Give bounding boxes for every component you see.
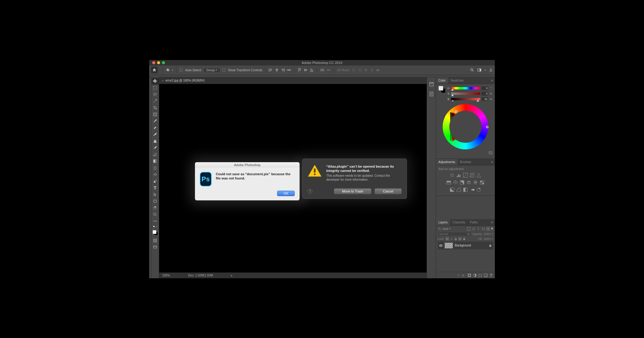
overflow-icon[interactable] <box>326 68 330 72</box>
lasso-tool[interactable] <box>152 91 159 98</box>
hand-tool[interactable] <box>152 205 159 211</box>
history-icon[interactable] <box>429 91 434 97</box>
auto-select-dropdown[interactable]: Group ▾ <box>203 68 220 73</box>
move-to-trash-button[interactable]: Move to Trash <box>334 188 371 194</box>
align-right-icon[interactable] <box>281 68 285 72</box>
3d-orbit-icon[interactable] <box>352 68 356 72</box>
libraries-icon[interactable] <box>429 82 434 87</box>
layer-thumbnail[interactable] <box>444 243 453 249</box>
healing-tool[interactable] <box>152 125 159 131</box>
home-button[interactable] <box>151 67 158 73</box>
filter-pixel-icon[interactable] <box>467 227 471 231</box>
lock-icon[interactable] <box>489 244 492 247</box>
rectangle-tool[interactable] <box>152 198 159 205</box>
paths-tab[interactable]: Paths <box>468 219 480 226</box>
selective-color-icon[interactable] <box>476 187 481 192</box>
layers-tab[interactable]: Layers <box>436 219 450 226</box>
dodge-tool[interactable] <box>152 171 159 178</box>
color-balance-icon[interactable] <box>453 180 458 185</box>
b-value[interactable]: 91 <box>481 97 488 101</box>
cancel-button[interactable]: Cancel <box>374 188 402 194</box>
adjustment-layer-icon[interactable] <box>473 273 477 277</box>
color-swatches[interactable] <box>152 229 159 236</box>
screen-mode-tool[interactable] <box>152 244 159 251</box>
layer-name[interactable]: Background <box>455 244 471 247</box>
hue-slider[interactable] <box>451 87 480 89</box>
lock-nest-icon[interactable] <box>458 237 461 240</box>
tab-close-button[interactable]: × <box>162 79 163 82</box>
bw-icon[interactable] <box>459 180 465 185</box>
filter-shape-icon[interactable] <box>481 227 485 231</box>
frame-tool[interactable] <box>152 111 159 118</box>
posterize-icon[interactable] <box>456 187 461 192</box>
align-vcenter-icon[interactable] <box>304 68 308 72</box>
fill-value[interactable]: 100% <box>484 237 491 240</box>
filter-type-icon[interactable]: T <box>477 227 480 231</box>
search-icon[interactable] <box>470 68 474 72</box>
gradient-tool[interactable] <box>152 158 159 165</box>
auto-select-checkbox[interactable] <box>179 69 183 72</box>
curves-icon[interactable] <box>463 172 468 178</box>
show-transform-checkbox[interactable] <box>222 69 225 72</box>
panel-menu-icon[interactable]: ≡ <box>491 160 493 164</box>
doc-size[interactable]: Doc: 1.92M/1.92M <box>188 274 213 277</box>
share-icon[interactable] <box>489 68 493 72</box>
bri-slider[interactable] <box>451 98 480 100</box>
move-tool[interactable] <box>152 78 159 85</box>
crop-tool[interactable] <box>152 105 159 111</box>
clone-stamp-tool[interactable] <box>152 138 159 145</box>
hue-icon[interactable] <box>446 180 451 185</box>
channel-mixer-icon[interactable] <box>473 180 478 185</box>
magic-wand-tool[interactable] <box>152 98 159 105</box>
workspace-icon[interactable] <box>477 68 481 72</box>
layer-row[interactable]: Background <box>438 242 493 249</box>
move-tool-icon[interactable] <box>166 68 170 72</box>
path-select-tool[interactable] <box>152 191 159 198</box>
3d-slide-icon[interactable] <box>370 68 374 72</box>
3d-roll-icon[interactable] <box>358 68 362 72</box>
history-brush-tool[interactable] <box>152 145 159 151</box>
color-wheel[interactable] <box>443 104 488 149</box>
threshold-icon[interactable] <box>463 187 468 192</box>
align-left-icon[interactable] <box>269 68 273 72</box>
3d-pan-icon[interactable] <box>364 68 368 72</box>
gradient-map-icon[interactable] <box>469 187 475 192</box>
align-top-icon[interactable] <box>297 68 302 72</box>
more-align-icon[interactable] <box>320 68 324 72</box>
lock-all-icon[interactable] <box>463 237 466 240</box>
filter-search-icon[interactable] <box>438 227 441 231</box>
panel-menu-icon[interactable]: ≡ <box>491 221 493 224</box>
adjustments-tab[interactable]: Adjustments <box>436 159 458 165</box>
filter-toggle[interactable] <box>491 227 493 230</box>
exposure-icon[interactable] <box>469 172 475 178</box>
marquee-tool[interactable] <box>152 85 159 91</box>
filter-smart-icon[interactable] <box>486 227 490 231</box>
brightness-icon[interactable] <box>449 172 455 178</box>
brush-tool[interactable] <box>152 131 159 138</box>
panel-menu-icon[interactable]: ≡ <box>491 79 493 82</box>
lock-paint-icon[interactable] <box>450 237 453 240</box>
help-button[interactable]: ? <box>307 189 312 194</box>
ok-button[interactable]: OK <box>277 191 295 196</box>
color-mode-icon[interactable] <box>489 151 492 154</box>
close-window[interactable] <box>152 61 155 64</box>
zoom-level[interactable]: 100% <box>162 274 170 277</box>
zoom-tool[interactable] <box>152 211 159 218</box>
eyedropper-tool[interactable] <box>152 118 159 125</box>
mask-icon[interactable] <box>468 273 471 277</box>
color-lookup-icon[interactable] <box>479 180 485 185</box>
quick-mask-tool[interactable] <box>152 237 159 244</box>
fx-icon[interactable]: fx <box>462 273 466 277</box>
align-hcenter-icon[interactable] <box>275 68 279 72</box>
edit-toolbar[interactable] <box>152 218 159 225</box>
pen-tool[interactable] <box>152 178 159 185</box>
brushes-tab[interactable]: Brushes <box>458 159 474 165</box>
swap-colors-icon[interactable] <box>156 226 158 228</box>
align-bottom-icon[interactable] <box>310 68 314 72</box>
document-tab-label[interactable]: error2.jpg @ 100% (RGB/8#) <box>165 79 204 82</box>
opacity-value[interactable]: 100% <box>484 233 491 236</box>
vibrance-icon[interactable] <box>476 172 481 178</box>
trash-icon[interactable] <box>489 273 493 277</box>
color-tab[interactable]: Color <box>436 77 448 84</box>
levels-icon[interactable] <box>456 172 461 178</box>
